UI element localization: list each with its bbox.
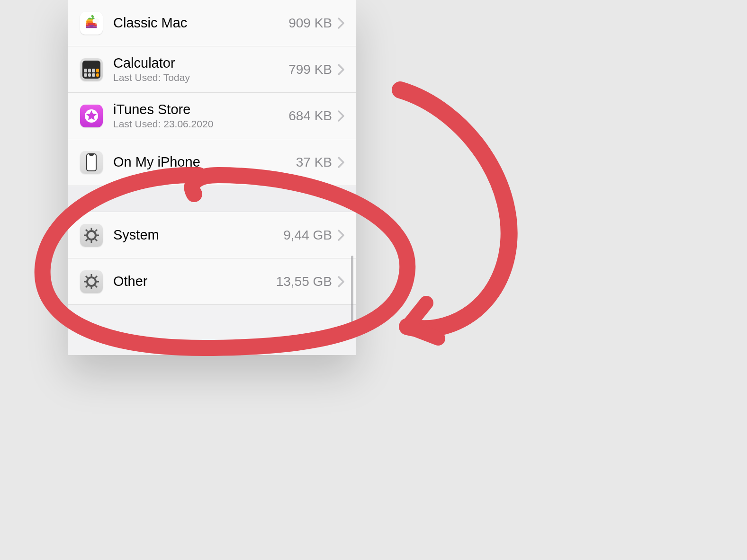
other-size: 13,55 GB [276,274,332,289]
svg-line-31 [86,285,88,287]
app-size: 684 KB [288,108,332,124]
app-text: On My iPhone [113,154,290,170]
system-icon [80,224,103,247]
app-row-itunes-store[interactable]: iTunes Store Last Used: 23.06.2020 684 K… [68,93,356,139]
app-subtitle: Last Used: 23.06.2020 [113,118,283,130]
app-title: iTunes Store [113,102,283,117]
svg-line-22 [86,239,88,241]
app-title: Calculator [113,55,283,71]
system-title: System [113,227,278,243]
app-row-classic-mac[interactable]: Classic Mac 909 KB [68,0,356,46]
chevron-right-icon [338,110,344,122]
app-text: iTunes Store Last Used: 23.06.2020 [113,102,283,130]
storage-panel: Classic Mac 909 KB Calculator Last Used:… [68,0,356,355]
svg-point-10 [91,14,94,18]
svg-line-30 [95,276,97,278]
app-size: 909 KB [288,16,332,31]
on-my-iphone-icon [80,151,103,174]
chevron-right-icon [338,276,344,287]
app-text: Calculator Last Used: Today [113,55,283,83]
app-title: Classic Mac [113,15,283,31]
app-subtitle: Last Used: Today [113,72,283,83]
other-text: Other [113,274,270,289]
system-row-system[interactable]: System 9,44 GB [68,212,356,258]
app-row-on-my-iphone[interactable]: On My iPhone 37 KB [68,139,356,186]
system-text: System [113,227,278,243]
svg-point-23 [87,277,96,286]
svg-point-12 [94,18,99,23]
itunes-store-icon [80,105,103,127]
chevron-right-icon [338,64,344,75]
app-size: 799 KB [288,62,332,77]
svg-point-14 [87,231,96,240]
system-row-other[interactable]: Other 13,55 GB [68,258,356,305]
system-group: System 9,44 GB Other 13,55 GB [68,212,356,305]
app-title: On My iPhone [113,154,290,170]
system-size: 9,44 GB [283,228,332,243]
classic-mac-icon [80,12,103,35]
section-separator [68,186,356,212]
settings-gear-icon [80,270,103,293]
scroll-indicator[interactable] [351,256,353,327]
svg-line-20 [95,239,97,241]
app-size: 37 KB [296,155,332,170]
chevron-right-icon [338,230,344,241]
calculator-icon [80,58,103,81]
svg-line-28 [86,276,88,278]
other-title: Other [113,274,270,289]
svg-line-21 [95,230,97,231]
chevron-right-icon [338,18,344,29]
apps-group: Classic Mac 909 KB Calculator Last Used:… [68,0,356,186]
app-row-calculator[interactable]: Calculator Last Used: Today 799 KB [68,46,356,93]
chevron-right-icon [338,157,344,168]
app-text: Classic Mac [113,15,283,31]
svg-line-29 [95,285,97,287]
svg-line-19 [86,230,88,231]
